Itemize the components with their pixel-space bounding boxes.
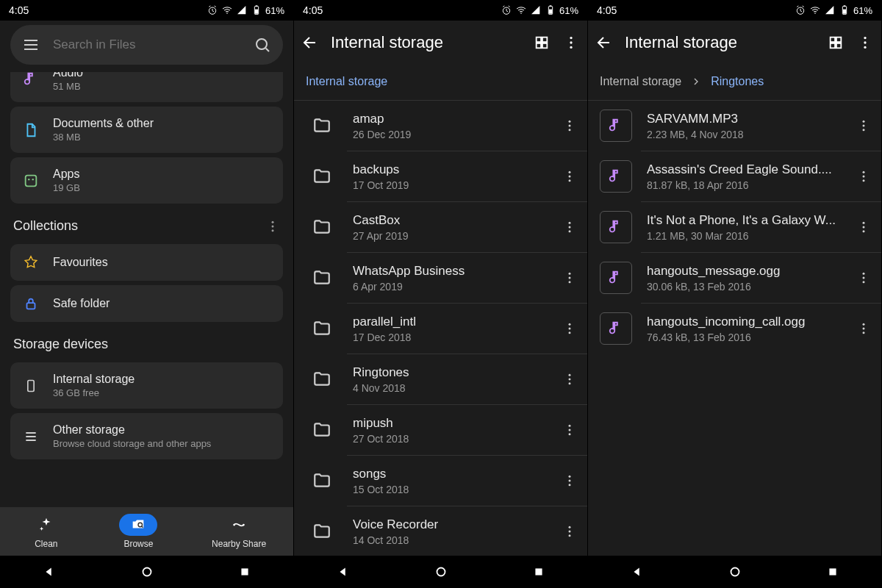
battery-icon [839,4,850,16]
folder-icon [306,465,338,497]
row-more-icon[interactable] [852,270,875,285]
category-apps[interactable]: Apps19 GB [10,157,283,204]
more-icon[interactable] [562,34,580,51]
category-documents[interactable]: Documents & other38 MB [10,107,283,153]
search-input[interactable] [53,37,240,52]
nav-recent[interactable] [531,564,547,580]
row-more-icon[interactable] [558,423,581,437]
collection-favourites[interactable]: Favourites [10,244,283,281]
status-bar: 4:05 61% [588,0,881,21]
storage-internal[interactable]: Internal storage36 GB free [10,362,283,409]
signal-icon [530,4,542,16]
row-more-icon[interactable] [558,169,581,184]
nav-back[interactable] [629,564,645,580]
storage-heading: Storage devices [13,337,108,352]
folder-row[interactable]: WhatsApp Business6 Apr 2019 [294,253,587,303]
nav-home[interactable] [727,564,743,580]
row-more-icon[interactable] [558,321,581,336]
folder-icon [306,515,338,548]
row-more-icon[interactable] [558,270,581,285]
music-note-icon [600,312,632,345]
storage-other[interactable]: Other storageBrowse cloud storage and ot… [10,413,283,459]
file-row[interactable]: hangouts_message.ogg30.06 kB, 13 Feb 201… [588,253,881,303]
file-row[interactable]: SARVAMM.MP32.23 MB, 4 Nov 2018 [588,101,881,151]
nav-back[interactable] [335,564,351,580]
appbar: Internal storage [294,21,587,65]
search-bar[interactable] [10,25,283,65]
nav-recent[interactable] [825,564,841,580]
bottom-nav: Clean Browse Nearby Share [0,507,293,556]
grid-view-icon[interactable] [827,34,845,51]
list-icon [22,429,40,444]
folder-icon [306,110,338,142]
file-meta: 2.23 MB, 4 Nov 2018 [647,129,837,140]
folder-row[interactable]: CastBox27 Apr 2019 [294,202,587,252]
grid-view-icon[interactable] [533,34,551,51]
folder-row[interactable]: mipush27 Oct 2018 [294,405,587,455]
folder-row[interactable]: Ringtones4 Nov 2018 [294,354,587,404]
nav-home[interactable] [139,564,155,580]
tab-label: Clean [35,539,57,549]
menu-icon[interactable] [22,36,40,54]
collection-safe-folder[interactable]: Safe folder [10,285,283,322]
folder-name: CastBox [353,213,543,228]
row-more-icon[interactable] [558,372,581,387]
category-title: Apps [53,168,80,181]
folder-name: Voice Recorder [353,517,543,532]
row-more-icon[interactable] [852,321,875,336]
lock-icon [22,295,40,312]
row-more-icon[interactable] [852,169,875,184]
alarm-icon [207,4,218,16]
storage-sub: Browse cloud storage and other apps [53,438,211,449]
document-icon [22,122,40,138]
music-note-icon [600,262,632,294]
folder-row[interactable]: backups17 Oct 2019 [294,151,587,201]
folder-date: 17 Oct 2019 [353,179,543,191]
row-more-icon[interactable] [558,220,581,234]
nav-back[interactable] [41,564,57,580]
folder-icon [306,414,338,446]
folder-row[interactable]: songs15 Oct 2018 [294,456,587,506]
file-name: SARVAMM.MP3 [647,112,837,126]
tab-label: Nearby Share [212,539,266,549]
row-more-icon[interactable] [852,118,875,133]
battery-icon [545,4,556,16]
folder-name: parallel_intl [353,315,543,329]
crumb-parent[interactable]: Internal storage [600,75,681,88]
tab-clean[interactable]: Clean [27,514,65,549]
category-title: Audio [53,72,83,79]
music-note-icon [600,160,632,193]
music-note-icon [22,72,40,87]
row-more-icon[interactable] [558,524,581,539]
folder-row[interactable]: parallel_intl17 Dec 2018 [294,304,587,354]
status-battery: 61% [559,5,578,16]
file-meta: 1.21 MB, 30 Mar 2016 [647,230,837,242]
back-icon[interactable] [595,34,613,51]
folder-row[interactable]: amap26 Dec 2019 [294,101,587,151]
row-more-icon[interactable] [852,220,875,234]
crumb-current[interactable]: Internal storage [306,75,387,88]
folder-date: 14 Oct 2018 [353,534,543,546]
folder-row[interactable]: Voice Recorder14 Oct 2018 [294,506,587,556]
tab-browse[interactable]: Browse [119,514,157,549]
status-time: 4:05 [303,4,323,16]
folder-list: amap26 Dec 2019 backups17 Oct 2019 CastB… [294,101,587,556]
row-more-icon[interactable] [558,473,581,488]
file-row[interactable]: Assassin's Creed Eagle Sound....81.87 kB… [588,151,881,201]
screen-ringtones: 4:05 61% Internal storage Internal stora… [588,0,882,588]
file-name: hangouts_incoming_call.ogg [647,315,837,329]
more-icon[interactable] [856,34,874,51]
tab-nearby-share[interactable]: Nearby Share [212,514,266,549]
nav-home[interactable] [433,564,449,580]
row-more-icon[interactable] [558,118,581,133]
back-icon[interactable] [301,34,319,51]
file-row[interactable]: hangouts_incoming_call.ogg76.43 kB, 13 F… [588,304,881,354]
search-icon[interactable] [254,36,271,54]
category-audio[interactable]: Audio51 MB [10,72,283,102]
signal-icon [824,4,836,16]
file-row[interactable]: It's Not a Phone, It's a Galaxy W...1.21… [588,202,881,252]
nav-recent[interactable] [237,564,253,580]
more-icon[interactable] [265,219,280,234]
crumb-current[interactable]: Ringtones [711,75,764,88]
storage-title: Other storage [53,423,211,437]
